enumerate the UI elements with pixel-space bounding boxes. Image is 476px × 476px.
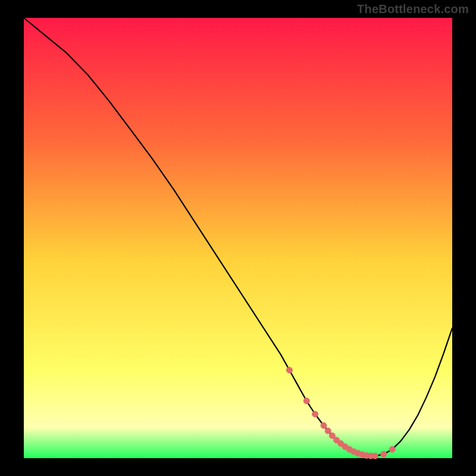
highlight-dot	[303, 398, 309, 404]
chart-stage: TheBottleneck.com	[0, 0, 476, 476]
plot-svg	[0, 0, 476, 476]
highlight-dot	[389, 446, 395, 452]
plot-background	[24, 18, 452, 458]
highlight-dot	[372, 453, 378, 459]
highlight-dot	[325, 428, 331, 434]
highlight-dot	[381, 451, 387, 457]
highlight-dot	[286, 367, 292, 373]
watermark-label: TheBottleneck.com	[357, 2, 469, 16]
highlight-dot	[312, 411, 318, 417]
highlight-dot	[321, 422, 327, 428]
